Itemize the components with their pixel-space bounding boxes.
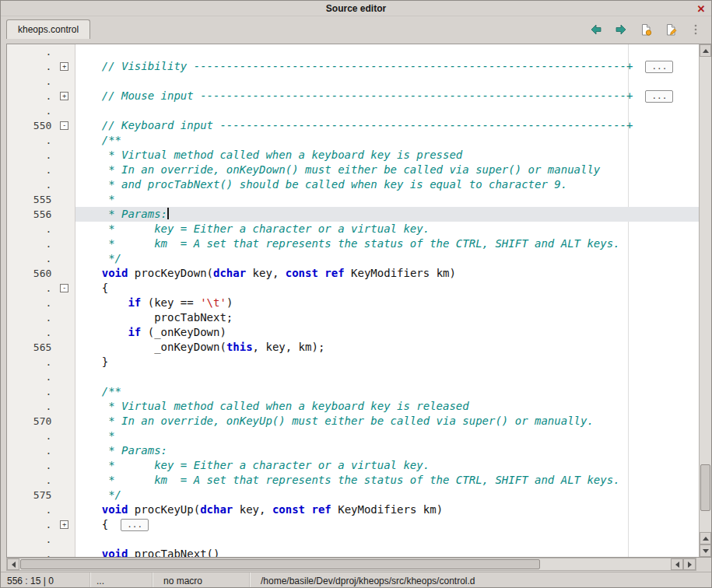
fold-expand-icon[interactable]: + [60,92,68,100]
code-token: procKeyDown( [128,267,213,279]
fold-gutter-cell [54,222,75,236]
gutter-row: . [7,473,75,488]
code-line[interactable]: /** [75,133,699,148]
line-number: . [7,296,54,310]
code-line[interactable] [75,532,699,547]
fold-gutter-cell [54,163,75,177]
code-token [75,267,102,279]
code-line[interactable]: procTabNext; [75,310,699,325]
code-line[interactable]: void procTabNext() [75,547,699,557]
code-token: // Visibility --------------------------… [75,60,633,72]
fold-expand-icon[interactable]: + [60,520,68,529]
horizontal-scrollbar[interactable] [6,558,696,571]
code-line[interactable]: * km = A set that represents the status … [75,236,699,251]
code-line[interactable]: * Virtual method called when a keyboard … [75,399,699,414]
code-line[interactable] [75,74,699,89]
horizontal-scroll-thumb[interactable] [20,559,540,569]
code-line[interactable]: * [75,429,699,443]
code-line[interactable] [75,369,699,384]
code-line[interactable]: * Params: [75,207,699,222]
gutter-row: 560 [7,266,75,281]
editor-area: ..+..+.550-....555556...560.-...565....5… [6,44,712,558]
scroll-up-button[interactable] [700,44,711,57]
gutter-row: . [7,177,75,192]
code-line[interactable]: * [75,192,699,207]
gutter-row: . [7,310,75,325]
new-document-button[interactable] [638,22,654,37]
modified-state-panel: ... [90,572,153,588]
code-line[interactable]: {... [75,517,699,532]
code-line[interactable]: * Params: [75,443,699,458]
code-line[interactable]: */ [75,251,699,266]
grip-handle[interactable] [688,22,703,37]
code-token: } [75,355,108,368]
vertical-scroll-thumb[interactable] [700,464,710,511]
fold-gutter-cell [54,384,75,399]
code-line[interactable]: void procKeyUp(dchar key, const ref KeyM… [75,502,699,517]
code-line[interactable]: */ [75,488,699,502]
code-token: * Virtual method called when a keyboard … [75,149,462,161]
code-token: (key == [141,296,200,309]
fold-gutter-cell [54,310,75,325]
line-number: . [7,74,54,89]
scroll-right-button[interactable] [683,558,696,570]
gutter-row: . [7,103,75,118]
scroll-left-button-right[interactable] [671,558,683,570]
scroll-left-button[interactable] [7,558,19,570]
gutter-row: . [7,502,75,517]
code-line[interactable]: * In an override, onKeyDown() must eithe… [75,163,699,177]
code-line[interactable]: if (key == '\t') [75,296,699,310]
code-line[interactable]: } [75,355,699,369]
code-line[interactable]: if (_onKeyDown) [75,325,699,340]
gutter-row: . [7,222,75,236]
titlebar: Source editor ✕ [1,1,711,16]
code-token [75,296,128,309]
tab-kheops-control[interactable]: kheops.control [6,19,90,39]
code-token: // Keyboard input ----------------------… [75,119,633,131]
gutter-row: . [7,44,75,59]
code-line[interactable]: // Visibility --------------------------… [75,59,699,74]
code-line[interactable]: /** [75,384,699,399]
scroll-down-button[interactable] [700,544,711,557]
code-area[interactable]: // Visibility --------------------------… [75,44,699,557]
code-line[interactable]: * km = A set that represents the status … [75,473,699,488]
code-token: */ [75,252,121,264]
line-number: . [7,310,54,325]
code-line[interactable]: { [75,281,699,296]
go-back-button[interactable] [588,22,604,37]
fold-collapse-icon[interactable]: - [60,284,68,292]
code-line[interactable]: // Mouse input -------------------------… [75,89,699,103]
code-line[interactable]: // Keyboard input ----------------------… [75,118,699,133]
code-line[interactable]: * Virtual method called when a keyboard … [75,148,699,163]
code-line[interactable]: * and procTabNext() should be called whe… [75,177,699,192]
code-token: // Mouse input -------------------------… [75,89,633,102]
edit-document-icon [665,23,678,37]
edit-document-button[interactable] [663,22,679,37]
code-line[interactable] [75,103,699,118]
scroll-up-button-bottom[interactable] [700,532,711,544]
go-forward-button[interactable] [613,22,629,37]
code-token: * In an override, onKeyUp() must either … [75,415,594,427]
fold-gutter-cell [54,325,75,340]
code-line[interactable] [75,44,699,59]
code-line[interactable]: * In an override, onKeyUp() must either … [75,414,699,429]
up-arrow-icon [703,537,709,541]
line-number: . [7,222,54,236]
fold-expand-icon[interactable]: + [60,62,68,71]
fold-gutter-cell [54,192,75,207]
folded-code-box[interactable]: ... [645,90,673,103]
folded-code-box[interactable]: ... [645,61,673,73]
folded-code-box[interactable]: ... [121,519,149,531]
editor-toolbar [588,20,703,39]
vertical-scrollbar[interactable] [699,44,711,557]
left-arrow-icon [12,562,16,568]
code-token: void [102,503,128,516]
code-line[interactable]: void procKeyDown(dchar key, const ref Ke… [75,266,699,281]
code-line[interactable]: * key = Either a character or a virtual … [75,458,699,473]
code-line[interactable]: * key = Either a character or a virtual … [75,222,699,236]
code-line[interactable]: _onKeyDown(this, key, km); [75,340,699,355]
gutter-row: . [7,429,75,443]
close-icon[interactable]: ✕ [695,2,707,15]
fold-collapse-icon[interactable]: - [60,121,68,130]
code-token: , key, km); [253,341,325,353]
